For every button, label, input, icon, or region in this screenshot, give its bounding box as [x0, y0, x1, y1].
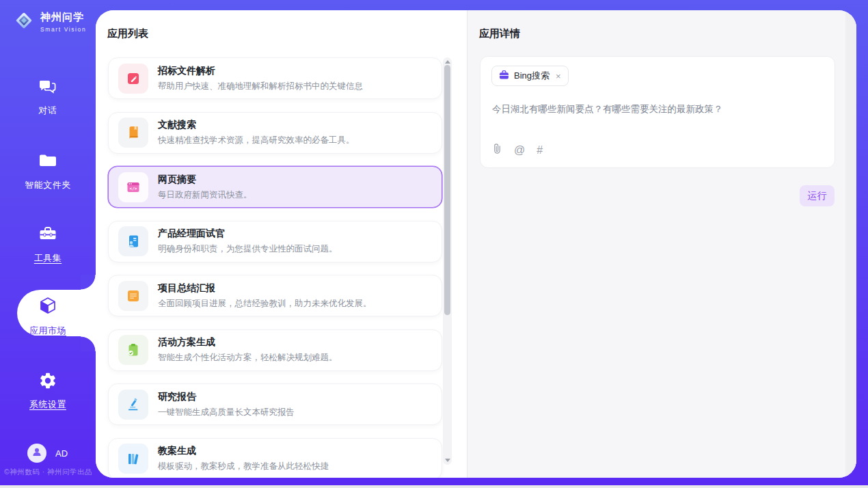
- tool-chip-label: Bing搜索: [514, 70, 550, 82]
- card-title: 网页摘要: [158, 174, 252, 186]
- sidebar-item-app-market[interactable]: 应用市场: [0, 296, 96, 337]
- tool-chip-bing-search[interactable]: Bing搜索 ×: [491, 66, 569, 86]
- app-card-bid-parse[interactable]: 招标文件解析 帮助用户快速、准确地理解和解析招标书中的关键信息: [108, 57, 442, 99]
- card-desc: 快速精准查找学术资源，提高研究效率的必备工具。: [158, 135, 355, 146]
- code-glyph: </>: [130, 186, 137, 191]
- card-desc: 明确身份和职责，为您提供专业性的面试问题。: [158, 243, 338, 255]
- sidebar-item-chat[interactable]: 对话: [0, 76, 96, 117]
- sidebar-item-smart-folder[interactable]: 智能文件夹: [0, 150, 96, 191]
- summary-note-icon: [118, 281, 148, 311]
- run-button[interactable]: 运行: [800, 185, 835, 206]
- app-window: 神州问学 Smart Vision 对话 智能文件夹: [0, 0, 868, 488]
- app-list-panel: 应用列表 招标文件解析 帮助用户快速、准确地理解和解析招标书中的关键信息: [96, 10, 467, 478]
- card-title: 产品经理面试官: [158, 228, 338, 240]
- hash-icon[interactable]: #: [537, 145, 543, 156]
- logo-gem-icon: [13, 10, 35, 34]
- folder-icon: [38, 150, 58, 174]
- card-title: 文献搜索: [158, 119, 355, 131]
- avatar: [27, 444, 46, 463]
- sidebar-item-label: 系统设置: [29, 398, 66, 411]
- detail-scrollbar-track[interactable]: [845, 10, 856, 478]
- app-card-research-report[interactable]: 研究报告 一键智能生成高质量长文本研究报告: [108, 383, 442, 425]
- card-desc: 一键智能生成高质量长文本研究报告: [158, 407, 295, 418]
- card-desc: 模板驱动，教案秒成，教学准备从此轻松快捷: [158, 461, 329, 472]
- logo-subtitle: Smart Vision: [40, 26, 86, 33]
- app-list-scrollbar[interactable]: [443, 57, 452, 465]
- scroll-up-arrow-icon[interactable]: [445, 60, 450, 64]
- attachment-icon[interactable]: [492, 143, 502, 157]
- copyright-text: ©神州数码 · 神州问学出品: [4, 467, 96, 477]
- composer-toolbar: @ #: [492, 143, 543, 157]
- logo-title: 神州问学: [40, 11, 86, 24]
- card-title: 招标文件解析: [158, 65, 363, 77]
- chip-close-icon[interactable]: ×: [556, 71, 561, 81]
- app-detail-panel: 应用详情 Bing搜索 × 今日湖北有哪些新闻要点？有哪些需要关注的最新政策？: [467, 10, 856, 478]
- card-desc: 智能生成个性化活动方案，轻松解决规划难题。: [158, 352, 338, 364]
- briefcase-icon: [499, 70, 509, 83]
- cube-icon: [38, 296, 58, 319]
- books-icon: [118, 444, 148, 474]
- prompt-input[interactable]: Bing搜索 × 今日湖北有哪些新闻要点？有哪些需要关注的最新政策？ @ #: [480, 56, 835, 168]
- sidebar-item-label: 应用市场: [29, 325, 66, 337]
- book-icon: [118, 118, 148, 148]
- user-initials: AD: [55, 448, 68, 459]
- card-desc: 每日政府新闻资讯快查。: [158, 189, 252, 201]
- app-logo: 神州问学 Smart Vision: [13, 10, 86, 34]
- main-content: 应用列表 招标文件解析 帮助用户快速、准确地理解和解析招标书中的关键信息: [96, 10, 856, 478]
- at-icon[interactable]: @: [514, 145, 525, 156]
- user-account[interactable]: AD: [27, 444, 68, 463]
- sidebar-item-toolset[interactable]: 工具集: [0, 223, 96, 265]
- app-card-list: 招标文件解析 帮助用户快速、准确地理解和解析招标书中的关键信息 文献搜索: [108, 57, 442, 478]
- card-title: 项目总结汇报: [158, 282, 372, 295]
- sidebar-item-label: 智能文件夹: [25, 179, 71, 191]
- bubble-fillet-bottom: [81, 336, 96, 351]
- gear-icon: [38, 371, 57, 393]
- scroll-down-arrow-icon[interactable]: [445, 459, 450, 462]
- clipboard-check-icon: [118, 335, 148, 365]
- card-desc: 全面回顾项目进展，总结经验教训，助力未来优化发展。: [158, 298, 372, 310]
- bubble-fillet-top: [81, 275, 96, 290]
- edit-document-icon: [118, 64, 148, 94]
- interview-doc-icon: [118, 226, 148, 256]
- browser-code-icon: </>: [118, 172, 148, 202]
- toolbox-icon: [38, 223, 58, 247]
- app-list-title: 应用列表: [107, 27, 148, 40]
- microscope-icon: [118, 390, 148, 420]
- app-card-lesson-plan[interactable]: 教案生成 模板驱动，教案秒成，教学准备从此轻松快捷: [108, 438, 442, 478]
- query-text[interactable]: 今日湖北有哪些新闻要点？有哪些需要关注的最新政策？: [492, 103, 820, 116]
- scrollbar-thumb[interactable]: [444, 65, 450, 315]
- app-card-event-plan[interactable]: 活动方案生成 智能生成个性化活动方案，轻松解决规划难题。: [108, 329, 442, 371]
- app-card-literature-search[interactable]: 文献搜索 快速精准查找学术资源，提高研究效率的必备工具。: [108, 112, 442, 154]
- person-icon: [31, 446, 43, 461]
- sidebar-item-settings[interactable]: 系统设置: [0, 371, 96, 411]
- card-title: 教案生成: [158, 445, 329, 457]
- card-title: 研究报告: [158, 391, 295, 403]
- card-title: 活动方案生成: [158, 336, 338, 349]
- app-detail-title: 应用详情: [479, 27, 520, 40]
- sidebar: 神州问学 Smart Vision 对话 智能文件夹: [0, 0, 96, 485]
- sidebar-item-label: 工具集: [34, 252, 62, 265]
- app-card-project-summary[interactable]: 项目总结汇报 全面回顾项目进展，总结经验教训，助力未来优化发展。: [108, 275, 442, 316]
- sidebar-item-label: 对话: [39, 105, 57, 117]
- card-desc: 帮助用户快速、准确地理解和解析招标书中的关键信息: [158, 81, 363, 92]
- app-card-web-summary[interactable]: </> 网页摘要 每日政府新闻资讯快查。: [108, 166, 442, 208]
- chat-icon: [38, 76, 58, 99]
- app-card-pm-interviewer[interactable]: 产品经理面试官 明确身份和职责，为您提供专业性的面试问题。: [108, 221, 442, 262]
